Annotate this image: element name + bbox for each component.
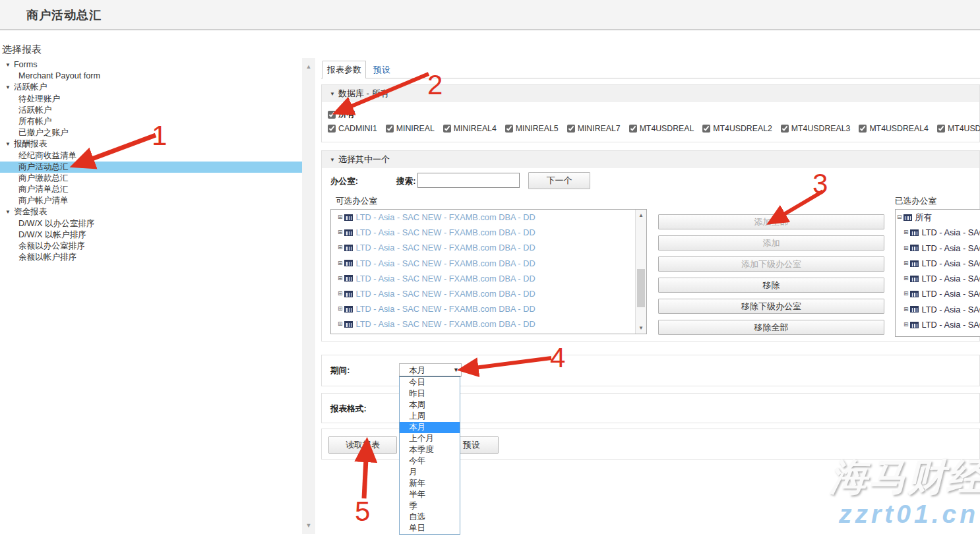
database-name-label: MT4USDREAL2 [713, 124, 772, 133]
database-checkbox[interactable] [781, 125, 789, 133]
tab-presets[interactable]: 预设 [373, 64, 390, 76]
expand-node-icon: ⊞ [338, 240, 343, 255]
watermark-brand: 海马财经 [830, 452, 980, 503]
period-option[interactable]: 月 [400, 467, 460, 478]
load-report-button[interactable]: 读取报表 [328, 436, 397, 454]
scrollbar-thumb[interactable] [637, 269, 645, 307]
period-option[interactable]: 自选 [400, 512, 460, 523]
tree-item[interactable]: D/W/X 以帐户排序 [0, 229, 302, 241]
period-option[interactable]: 上周 [400, 411, 460, 422]
database-checkbox[interactable] [629, 125, 637, 133]
expand-node-icon: ⊞ [338, 316, 343, 332]
selected-office-item[interactable]: ⊞LTD - Asia - SAC N [896, 225, 980, 240]
selected-office-name: LTD - Asia - SAC N [922, 225, 980, 240]
office-bank-icon [910, 291, 919, 297]
office-list-item[interactable]: ⊞LTD - Asia - SAC NEW - FXAMB.com DBA - … [331, 301, 646, 316]
transfer-button-5[interactable]: 移除下级办公室 [658, 299, 884, 314]
database-name-label: CADMINI1 [338, 124, 377, 133]
selected-office-item[interactable]: ⊞LTD - Asia - SAC N [896, 317, 980, 332]
office-list-item[interactable]: ⊞LTD - Asia - SAC NEW - FXAMB.com DBA - … [331, 271, 646, 286]
selected-office-item[interactable]: ⊞LTD - Asia - SAC N [896, 256, 980, 271]
collapse-triangle-icon: ▼ [330, 157, 335, 163]
period-option[interactable]: 本月 [400, 422, 460, 433]
next-button[interactable]: 下一个 [528, 172, 590, 189]
tree-item[interactable]: Merchant Payout form [0, 71, 302, 82]
tree-item[interactable]: 余额以帐户排序 [0, 252, 302, 263]
listbox-scrollbar[interactable]: ▲ ▼ [635, 210, 646, 334]
database-checkbox[interactable] [567, 125, 575, 133]
app-header: 商户活动总汇 [0, 0, 980, 30]
tree-item[interactable]: 待处理账户 [0, 94, 302, 105]
office-name: LTD - Asia - SAC NEW - FXAMB.com DBA - D… [356, 256, 536, 271]
tree-item[interactable]: 商户帐户清单 [0, 195, 302, 206]
available-offices-listbox[interactable]: ⊞LTD - Asia - SAC NEW - FXAMB.com DBA - … [330, 209, 647, 334]
period-option[interactable]: 今年 [400, 456, 460, 467]
database-checkbox-item: MT4USDREAL3 [781, 124, 851, 133]
period-option[interactable]: 昨日 [400, 388, 460, 400]
period-option[interactable]: 上个月 [400, 433, 460, 444]
tree-group[interactable]: ▼Forms [0, 59, 302, 71]
tree-item[interactable]: 商户缴款总汇 [0, 173, 302, 184]
choose-one-section-header[interactable]: ▼选择其中一个 [322, 151, 979, 168]
database-checkbox[interactable] [386, 125, 394, 133]
tree-item[interactable]: 商户清单总汇 [0, 184, 302, 195]
office-list-item[interactable]: ⊞LTD - Asia - SAC NEW - FXAMB.com DBA - … [331, 256, 646, 271]
tree-group[interactable]: ▼资金报表 [0, 206, 302, 218]
selected-offices-listbox[interactable]: ⊟所有⊞LTD - Asia - SAC N⊞LTD - Asia - SAC … [895, 209, 980, 337]
office-list-item[interactable]: ⊞LTD - Asia - SAC NEW - FXAMB.com DBA - … [331, 225, 646, 240]
transfer-button-6[interactable]: 移除全部 [658, 320, 884, 335]
selected-office-item[interactable]: ⊞LTD - Asia - SAC N [896, 286, 980, 301]
scroll-up-icon[interactable]: ▲ [636, 212, 646, 218]
tree-item[interactable]: 商户活动总汇 [0, 162, 302, 173]
office-list-item[interactable]: ⊞LTD - Asia - SAC NEW - FXAMB.com DBA - … [331, 316, 646, 332]
transfer-button-4[interactable]: 移除 [658, 278, 884, 293]
expand-node-icon: ⊞ [903, 256, 909, 271]
period-option[interactable]: 本周 [400, 400, 460, 411]
tree-item[interactable]: 余额以办公室排序 [0, 241, 302, 252]
tab-report-params[interactable]: 报表参数 [322, 61, 366, 78]
period-option[interactable]: 今日 [400, 377, 460, 388]
tree-item[interactable]: 所有帐户 [0, 116, 302, 127]
tree-item[interactable]: 经纪商收益清单 [0, 150, 302, 162]
office-search-input[interactable] [417, 173, 520, 188]
office-bank-icon [344, 245, 353, 251]
selected-office-item[interactable]: ⊞LTD - Asia - SAC N [896, 302, 980, 317]
database-checkbox[interactable] [443, 125, 451, 133]
database-checkbox[interactable] [937, 125, 945, 133]
office-list-item[interactable]: ⊞LTD - Asia - SAC NEW - FXAMB.com DBA - … [331, 286, 646, 301]
period-option[interactable]: 半年 [400, 489, 460, 500]
period-option[interactable]: 季 [400, 500, 460, 512]
scroll-up-icon[interactable]: ▲ [302, 61, 315, 73]
period-option[interactable]: 本季度 [400, 444, 460, 456]
tree-group[interactable]: ▼活跃帐户 [0, 82, 302, 93]
sidebar-scrollbar[interactable]: ▲ ▼ [302, 58, 315, 534]
selected-office-all[interactable]: ⊟所有 [896, 210, 980, 225]
scroll-down-icon[interactable]: ▼ [302, 520, 315, 531]
scroll-down-icon[interactable]: ▼ [636, 325, 646, 331]
tree-item-label: 经纪商收益清单 [18, 151, 77, 160]
database-checkbox[interactable] [702, 125, 710, 133]
tree-item-label: 商户缴款总汇 [18, 173, 69, 183]
database-name-label: MINIREAL [396, 124, 435, 133]
tree-item[interactable]: 已撤户之账户 [0, 127, 302, 138]
period-option[interactable]: 新年 [400, 478, 460, 489]
office-list-item[interactable]: ⊞LTD - Asia - SAC NEW - FXAMB.com DBA - … [331, 210, 646, 225]
database-section-title: 数据库 - 所有 [338, 88, 389, 98]
database-checkbox[interactable] [859, 125, 867, 133]
database-checkbox-item: MINIREAL7 [567, 124, 621, 133]
selected-office-item[interactable]: ⊞LTD - Asia - SAC N [896, 241, 980, 256]
tree-item-label: 所有帐户 [18, 117, 51, 126]
tree-group[interactable]: ▼报酬报表 [0, 138, 302, 150]
database-checkbox[interactable] [328, 125, 336, 133]
period-dropdown[interactable]: 今日昨日本周上周本月上个月本季度今年月新年半年季自选单日 [399, 376, 460, 535]
database-section-header[interactable]: ▼数据库 - 所有 [322, 85, 979, 102]
tree-item[interactable]: 活跃帐户 [0, 105, 302, 116]
database-all-checkbox[interactable] [328, 111, 336, 119]
database-checkbox[interactable] [505, 125, 513, 133]
tree-item-label: 活跃帐户 [14, 82, 47, 92]
office-list-item[interactable]: ⊞LTD - Asia - SAC NEW - FXAMB.com DBA - … [331, 240, 646, 255]
selected-office-item[interactable]: ⊞LTD - Asia - SAC N [896, 271, 980, 286]
tree-item[interactable]: D/W/X 以办公室排序 [0, 218, 302, 229]
period-select[interactable]: 本月 ▼ [399, 363, 462, 376]
period-option[interactable]: 单日 [400, 523, 460, 534]
